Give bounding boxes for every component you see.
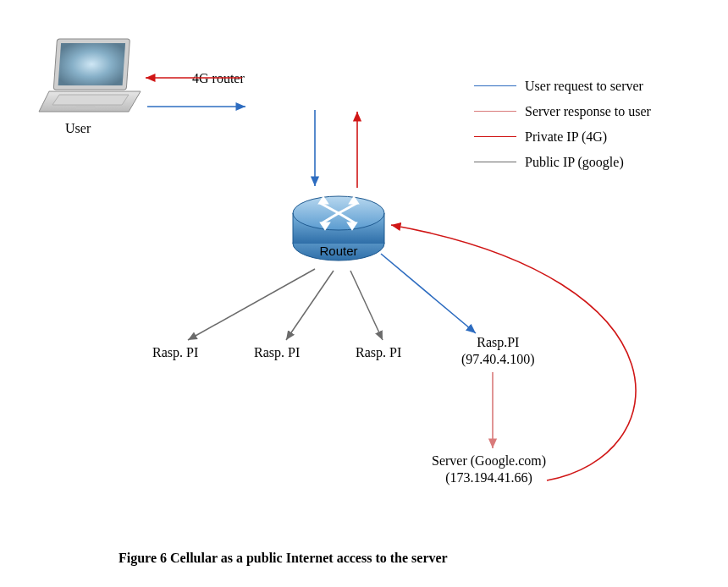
arrow-router-to-pi3 xyxy=(350,271,383,340)
arrow-server-to-router-curve xyxy=(391,225,636,480)
diagram-container: Router User 4G router Rasp.PI (97.40.4.1… xyxy=(0,0,728,587)
arrow-router-to-pifull xyxy=(381,254,476,333)
connections-overlay xyxy=(0,0,728,587)
arrow-router-to-pi1 xyxy=(188,269,315,340)
